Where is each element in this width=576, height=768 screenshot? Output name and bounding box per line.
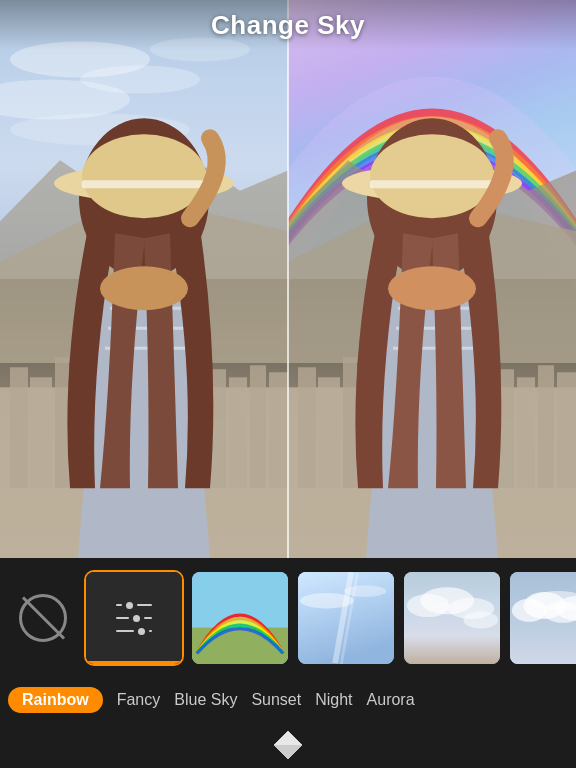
filter-thumb-aurora-inner (510, 572, 576, 664)
selected-indicator (86, 661, 182, 664)
filter-label-sunset[interactable]: Sunset (251, 691, 301, 709)
filter-label-rainbow[interactable]: Rainbow (8, 687, 103, 713)
filter-thumb-rainbow[interactable] (190, 570, 290, 666)
original-photo (0, 0, 288, 558)
bottom-panel: Rainbow Fancy Blue Sky Sunset Night Auro… (0, 558, 576, 768)
svg-rect-45 (370, 180, 494, 188)
filter-thumb-fancy[interactable] (296, 570, 396, 666)
slider-dot (138, 628, 145, 635)
svg-point-44 (370, 134, 494, 218)
filter-thumb-night-inner (404, 572, 500, 664)
slider-dot (133, 615, 140, 622)
filter-label-night[interactable]: Night (315, 691, 352, 709)
slider-line (116, 630, 134, 632)
svg-point-53 (344, 585, 386, 597)
filter-thumb-aurora[interactable] (508, 570, 576, 666)
filter-label-blue-sky[interactable]: Blue Sky (174, 691, 237, 709)
page-title: Change Sky (211, 10, 365, 41)
rainbow-photo (288, 0, 576, 558)
slider-row-2 (116, 615, 152, 622)
slider-line (116, 617, 129, 619)
no-filter-line (21, 596, 64, 639)
svg-marker-67 (274, 745, 302, 759)
no-filter-icon (19, 594, 67, 642)
filter-label-aurora[interactable]: Aurora (367, 691, 415, 709)
slider-line (137, 604, 152, 606)
slider-line (144, 617, 152, 619)
filter-thumb-adjust[interactable] (84, 570, 184, 666)
comparison-divider (287, 0, 289, 558)
slider-line (116, 604, 122, 606)
slider-row-1 (116, 602, 152, 609)
svg-point-52 (300, 593, 354, 608)
main-image (0, 0, 576, 558)
svg-rect-24 (82, 180, 206, 188)
filter-label-fancy[interactable]: Fancy (117, 691, 161, 709)
bottom-toolbar (0, 722, 576, 768)
labels-row: Rainbow Fancy Blue Sky Sunset Night Auro… (0, 678, 576, 722)
slider-row-3 (116, 628, 152, 635)
erase-button[interactable] (270, 727, 306, 763)
filter-thumb-fancy-inner (298, 572, 394, 664)
filter-thumb-rainbow-inner (192, 572, 288, 664)
svg-point-23 (82, 134, 206, 218)
svg-point-58 (464, 611, 499, 628)
filter-row (0, 558, 576, 678)
sliders-icon (116, 602, 152, 635)
svg-point-25 (100, 266, 188, 310)
svg-point-46 (388, 266, 476, 310)
slider-line (149, 630, 152, 632)
title-bar: Change Sky (0, 0, 576, 50)
filter-thumb-adjust-inner (86, 572, 182, 664)
eraser-icon (270, 727, 306, 763)
slider-dot (126, 602, 133, 609)
filter-thumb-night[interactable] (402, 570, 502, 666)
no-filter-button[interactable] (8, 570, 78, 666)
